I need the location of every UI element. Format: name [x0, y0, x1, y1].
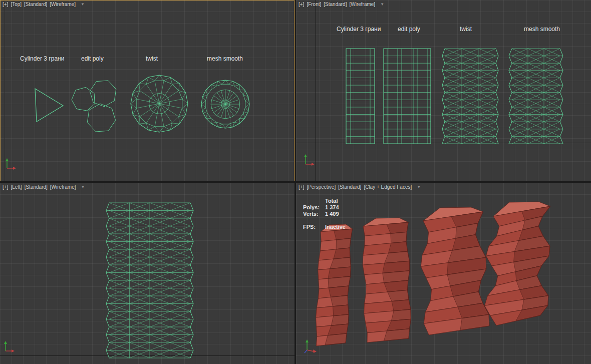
- viewport-pov-menu[interactable]: [Perspective]: [307, 184, 336, 190]
- viewport-left[interactable]: [+] [Left] [Standard] [Wireframe] ▼: [0, 183, 294, 364]
- viewport-shading-menu[interactable]: [Wireframe]: [50, 184, 76, 190]
- viewport-left-label: [+] [Left] [Standard] [Wireframe] ▼: [3, 184, 85, 190]
- stats-polys-label: Polys:: [303, 204, 325, 211]
- scene-label-cylinder: Cylinder 3 грани: [337, 26, 381, 33]
- viewport-menu-arrow-icon[interactable]: ▼: [417, 185, 421, 189]
- viewport-shading-menu[interactable]: [Wireframe]: [349, 2, 375, 7]
- viewport-top-label: [+] [Top] [Standard] [Wireframe] ▼: [3, 2, 85, 7]
- viewport-general-menu[interactable]: [+]: [299, 2, 304, 7]
- scene-label-editpoly: edit poly: [398, 26, 420, 33]
- axis-tripod-icon: [303, 339, 318, 354]
- stats-spacer: [303, 198, 325, 204]
- viewport-statistics: Total Polys: 1 374 Verts: 1 409 FPS: Ina…: [303, 198, 346, 230]
- viewport-pov-menu[interactable]: [Front]: [307, 2, 321, 7]
- scene-left-svg: [0, 183, 294, 364]
- stats-polys-value: 1 374: [325, 204, 339, 211]
- max-viewport-screen: { "viewports": [ {"name":"top","menus":[…: [0, 0, 591, 364]
- scene-label-cylinder: Cylinder 3 грани: [20, 55, 64, 62]
- viewport-general-menu[interactable]: [+]: [3, 2, 8, 7]
- stats-total-label: Total: [325, 198, 338, 204]
- axis-tripod-icon: [3, 340, 16, 354]
- scene-label-twist: twist: [460, 26, 472, 33]
- stats-fps-row: FPS: Inactive: [303, 224, 346, 230]
- stats-fps-value: Inactive: [325, 224, 346, 230]
- viewport-menu-arrow-icon[interactable]: ▼: [81, 185, 85, 189]
- viewport-pov-menu[interactable]: [Left]: [11, 184, 22, 190]
- viewport-shading-menu[interactable]: [Wireframe]: [50, 2, 76, 7]
- stats-verts-value: 1 409: [325, 211, 339, 217]
- scene-label-meshsmooth: mesh smooth: [207, 55, 243, 62]
- viewport-menu-arrow-icon[interactable]: ▼: [380, 2, 384, 7]
- viewport-general-menu[interactable]: [+]: [299, 184, 304, 190]
- viewport-standard-menu[interactable]: [Standard]: [338, 184, 361, 190]
- viewport-shading-menu[interactable]: [Clay + Edged Faces]: [364, 184, 412, 190]
- viewport-perspective[interactable]: [+] [Perspective] [Standard] [Clay + Edg…: [296, 183, 591, 364]
- axis-tripod-icon: [303, 153, 316, 167]
- stats-verts-label: Verts:: [303, 211, 325, 217]
- stats-fps-label: FPS:: [303, 224, 325, 230]
- stats-verts-row: Verts: 1 409: [303, 211, 346, 217]
- viewport-menu-arrow-icon[interactable]: ▼: [81, 2, 85, 7]
- stats-total-row: Total: [303, 198, 346, 204]
- viewport-general-menu[interactable]: [+]: [3, 184, 8, 190]
- scene-label-twist: twist: [146, 55, 158, 62]
- viewport-pov-menu[interactable]: [Top]: [11, 2, 22, 7]
- viewport-perspective-label: [+] [Perspective] [Standard] [Clay + Edg…: [299, 184, 421, 190]
- viewport-standard-menu[interactable]: [Standard]: [25, 184, 48, 190]
- scene-top-svg: [0, 0, 294, 181]
- scene-label-meshsmooth: mesh smooth: [524, 26, 560, 33]
- stats-polys-row: Polys: 1 374: [303, 204, 346, 211]
- viewport-front-label: [+] [Front] [Standard] [Wireframe] ▼: [299, 2, 384, 7]
- scene-label-editpoly: edit poly: [81, 55, 104, 62]
- axis-tripod-icon: [4, 157, 17, 171]
- viewport-front[interactable]: [+] [Front] [Standard] [Wireframe] ▼ Cyl…: [296, 0, 591, 181]
- viewport-standard-menu[interactable]: [Standard]: [324, 2, 347, 7]
- viewport-standard-menu[interactable]: [Standard]: [24, 2, 47, 7]
- viewport-top[interactable]: [+] [Top] [Standard] [Wireframe] ▼ Cylin…: [0, 0, 294, 181]
